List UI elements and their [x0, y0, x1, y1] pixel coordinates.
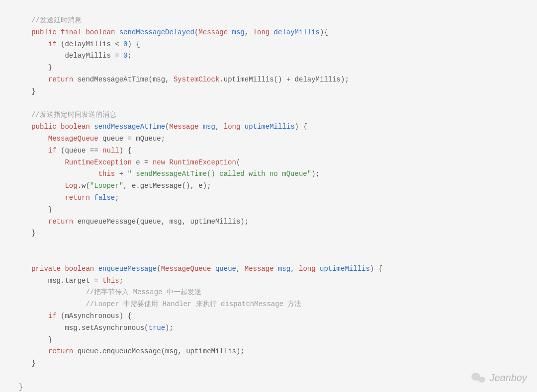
kw-boolean: boolean	[65, 265, 94, 273]
code-block: //发送延时消息 public final boolean sendMessag…	[19, 15, 518, 392]
code-text: w	[82, 182, 86, 190]
kw-if: if	[48, 40, 57, 48]
code-comment: //把字节传入 Message 中一起发送	[86, 288, 201, 296]
code-comment: //发送延时消息	[31, 16, 82, 24]
code-text: uptimeMillis	[224, 76, 274, 83]
code-text: delayMillis	[65, 52, 110, 60]
code-text: ==	[90, 147, 98, 155]
code-comment: //发送指定时间发送的消息	[31, 111, 116, 119]
kw-type: RuntimeException	[170, 158, 236, 166]
watermark: Jeanboy	[471, 369, 527, 386]
code-string: "Looper"	[90, 182, 123, 190]
kw-public: public	[31, 28, 56, 36]
wechat-icon	[471, 372, 485, 384]
code-text: queue	[140, 218, 161, 226]
param: delayMillis	[274, 28, 320, 36]
code-text: enqueueMessage	[78, 218, 136, 226]
code-text: msg	[65, 324, 77, 332]
code-text: <	[115, 40, 119, 48]
kw-this: this	[102, 277, 119, 285]
code-text: uptimeMillis	[190, 218, 241, 226]
kw-boolean: boolean	[86, 28, 115, 36]
code-text: queue	[78, 347, 98, 355]
code-text: getMessage	[140, 182, 182, 190]
kw-public: public	[31, 123, 56, 131]
kw-if: if	[48, 312, 57, 320]
fn-name: enqueueMessage	[98, 265, 157, 273]
code-text: mAsynchronous	[65, 312, 119, 320]
code-text: enqueueMessage	[102, 347, 161, 355]
kw-long: long	[299, 265, 316, 273]
code-text: target	[65, 277, 90, 285]
kw-type: Message	[198, 28, 228, 36]
code-number: 0	[123, 52, 127, 60]
kw-type: Message	[245, 265, 274, 273]
code-string: " sendMessageAtTime() called with no mQu…	[127, 170, 311, 178]
param: msg	[278, 265, 290, 273]
code-text: msg	[153, 76, 165, 83]
kw-true: true	[148, 324, 165, 332]
kw-type: MessageQueue	[161, 265, 211, 273]
code-text: uptimeMillis	[186, 347, 236, 355]
kw-type: RuntimeException	[65, 158, 131, 166]
code-text: queue	[102, 135, 123, 143]
kw-long: long	[253, 28, 270, 36]
kw-final: final	[61, 28, 82, 36]
code-number: 0	[123, 40, 127, 48]
code-text: e	[198, 182, 202, 190]
param: msg	[203, 123, 215, 131]
kw-return: return	[48, 347, 73, 355]
code-text: sendMessageAtTime	[78, 76, 149, 83]
code-owner: SystemClock	[174, 76, 219, 83]
code-text: queue	[65, 147, 86, 155]
kw-this: this	[98, 170, 115, 178]
code-text: msg	[48, 277, 61, 285]
kw-private: private	[31, 265, 61, 273]
kw-type: Message	[170, 123, 199, 131]
kw-false: false	[94, 194, 115, 202]
kw-long: long	[224, 123, 241, 131]
kw-type: MessageQueue	[48, 135, 98, 143]
code-text: mQueue	[136, 135, 161, 143]
code-text: setAsynchronous	[82, 324, 144, 332]
watermark-text: Jeanboy	[489, 369, 527, 386]
kw-null: null	[102, 147, 119, 155]
code-comment: //Looper 中需要使用 Handler 来执行 dispatchMessa…	[86, 300, 301, 308]
code-text: msg	[170, 218, 182, 226]
code-text: delayMillis	[65, 40, 110, 48]
kw-return: return	[48, 218, 73, 226]
code-text: msg	[165, 347, 178, 355]
code-text: e	[132, 182, 136, 190]
fn-name: sendMessageDelayed	[119, 28, 194, 36]
code-text: e	[136, 158, 140, 166]
code-owner: Log	[65, 182, 77, 190]
param: msg	[232, 28, 245, 36]
param: uptimeMillis	[320, 265, 370, 273]
kw-if: if	[48, 147, 57, 155]
param: uptimeMillis	[245, 123, 295, 131]
fn-name: sendMessageAtTime	[94, 123, 165, 131]
param: queue	[215, 265, 236, 273]
kw-return: return	[65, 194, 90, 202]
kw-return: return	[48, 76, 73, 83]
kw-boolean: boolean	[61, 123, 90, 131]
kw-new: new	[153, 158, 165, 166]
code-text: delayMillis	[295, 76, 341, 83]
